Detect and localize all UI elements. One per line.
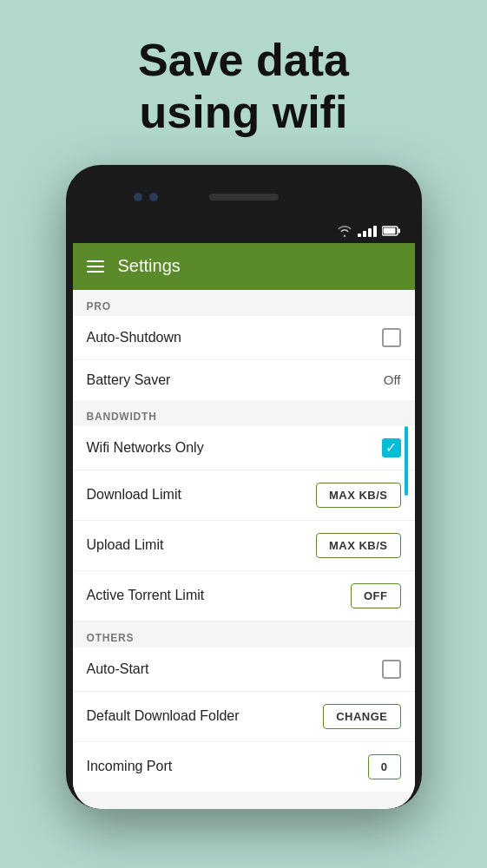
active-torrent-row: Active Torrent Limit OFF	[73, 571, 415, 621]
scrollbar-indicator	[405, 426, 408, 496]
hamburger-line-1	[87, 260, 104, 262]
incoming-port-label: Incoming Port	[87, 759, 173, 774]
auto-shutdown-label: Auto-Shutdown	[87, 330, 181, 345]
battery-saver-value: Off	[384, 372, 401, 387]
hero-title: Save data using wifi	[0, 35, 487, 139]
active-torrent-button[interactable]: OFF	[351, 583, 401, 608]
wifi-networks-checkbox[interactable]: ✓	[382, 438, 401, 457]
bandwidth-section: Wifi Networks Only ✓ Download Limit MAX …	[73, 426, 415, 621]
hero-title-line1: Save data	[138, 35, 349, 85]
phone-speaker	[209, 194, 279, 201]
app-bar: Settings	[73, 243, 415, 290]
svg-rect-1	[398, 228, 400, 233]
upload-limit-row: Upload Limit MAX KB/S	[73, 521, 415, 571]
download-limit-label: Download Limit	[87, 487, 181, 503]
hero-title-line2: using wifi	[140, 87, 348, 137]
download-limit-button[interactable]: MAX KB/S	[316, 483, 401, 508]
default-download-folder-row: Default Download Folder CHANGE	[73, 692, 415, 742]
signal-icon	[358, 225, 377, 237]
auto-start-label: Auto-Start	[87, 661, 149, 677]
others-section: Auto-Start Default Download Folder CHANG…	[73, 648, 415, 792]
svg-rect-2	[383, 227, 395, 233]
wifi-networks-row: Wifi Networks Only ✓	[73, 426, 415, 470]
default-download-folder-label: Default Download Folder	[87, 708, 240, 724]
auto-shutdown-row: Auto-Shutdown	[73, 316, 415, 360]
camera-dot-1	[134, 193, 142, 201]
phone-top-bar	[73, 175, 415, 219]
wifi-icon	[337, 225, 352, 237]
camera-dot-2	[149, 193, 158, 201]
auto-start-checkbox[interactable]	[382, 660, 401, 679]
checkmark-icon: ✓	[385, 441, 397, 455]
battery-saver-label: Battery Saver	[87, 372, 171, 388]
hero-section: Save data using wifi	[0, 0, 487, 165]
upload-limit-button[interactable]: MAX KB/S	[316, 533, 401, 558]
phone-container: Settings PRO Auto-Shutdown Battery Saver…	[0, 165, 487, 809]
active-torrent-label: Active Torrent Limit	[87, 588, 205, 603]
hamburger-line-3	[87, 271, 104, 273]
bandwidth-section-header: BANDWIDTH	[73, 400, 415, 426]
others-section-header: OTHERS	[73, 621, 415, 648]
pro-section: Auto-Shutdown Battery Saver Off	[73, 316, 415, 400]
incoming-port-button[interactable]: 0	[368, 754, 401, 779]
change-folder-button[interactable]: CHANGE	[323, 704, 400, 729]
pro-section-header: PRO	[73, 290, 415, 316]
download-limit-row: Download Limit MAX KB/S	[73, 470, 415, 521]
hamburger-menu[interactable]	[87, 260, 104, 273]
battery-saver-row: Battery Saver Off	[73, 360, 415, 400]
auto-start-row: Auto-Start	[73, 648, 415, 692]
incoming-port-row: Incoming Port 0	[73, 742, 415, 792]
wifi-networks-label: Wifi Networks Only	[87, 440, 204, 456]
battery-icon	[382, 226, 401, 236]
hamburger-line-2	[87, 266, 104, 267]
phone-screen: Settings PRO Auto-Shutdown Battery Saver…	[73, 243, 415, 809]
auto-shutdown-checkbox[interactable]	[382, 328, 401, 347]
upload-limit-label: Upload Limit	[87, 537, 164, 553]
app-bar-title: Settings	[118, 256, 181, 276]
settings-content: PRO Auto-Shutdown Battery Saver Off BAND…	[73, 290, 415, 809]
camera-area	[134, 193, 158, 201]
status-bar	[73, 219, 415, 243]
phone-device: Settings PRO Auto-Shutdown Battery Saver…	[66, 165, 422, 809]
